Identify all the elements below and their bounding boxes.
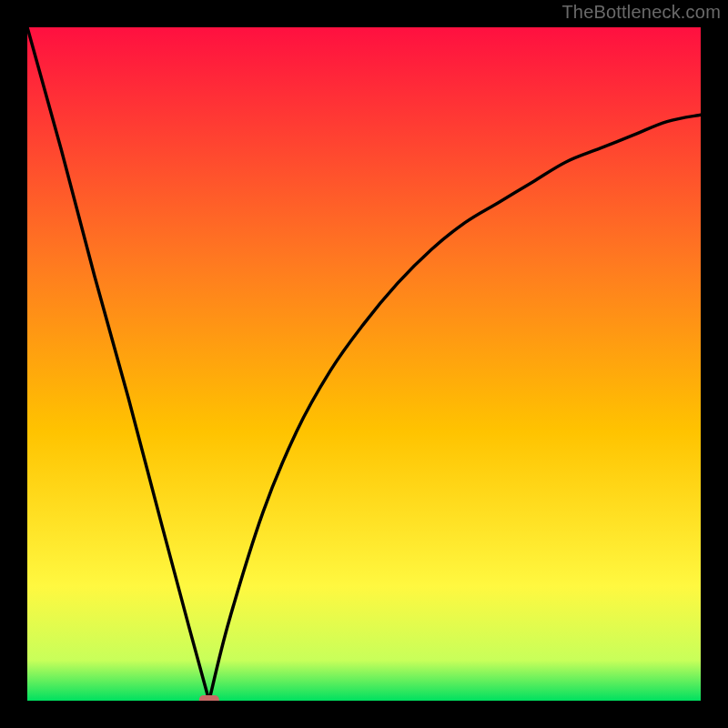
gradient-background [27, 27, 701, 701]
optimal-point-marker [199, 695, 219, 701]
bottleneck-chart [27, 27, 701, 701]
chart-frame: TheBottleneck.com [0, 0, 728, 728]
watermark-text: TheBottleneck.com [561, 2, 721, 23]
